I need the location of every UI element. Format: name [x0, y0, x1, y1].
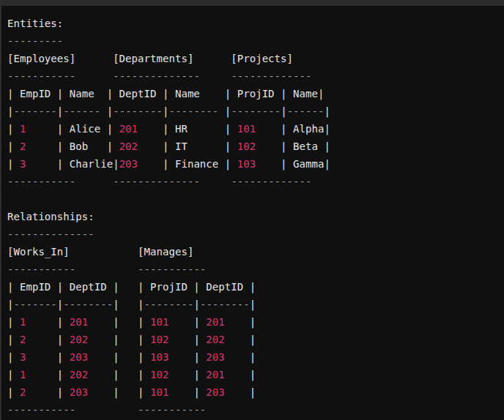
console-number: 202	[70, 334, 88, 345]
console-text: |	[225, 316, 256, 328]
console-number: 203	[206, 386, 224, 398]
console-line: | 2 | 203 | | 101 | 203 |	[7, 383, 504, 401]
console-line: | 1 | 201 | | 101 | 201 |	[7, 313, 504, 331]
console-text: | |	[88, 386, 150, 398]
console-number: 102	[150, 369, 168, 380]
terminal-output: Entities:---------[Employees] [Departmen…	[7, 15, 504, 419]
console-line: | EmpID | DeptID | | ProjID | DeptID |	[7, 278, 504, 296]
console-number: 203	[119, 158, 138, 170]
console-divider: -------	[13, 299, 56, 310]
console-text: Relationships:	[7, 211, 94, 222]
console-line: Entities:	[7, 15, 504, 32]
console-text: |	[225, 351, 256, 363]
console-line: ---------	[7, 32, 504, 50]
console-text: |	[26, 316, 69, 328]
console-line: | 3 | Charlie|203 | Finance | 103 | Gamm…	[7, 155, 504, 173]
console-line: ----------- -----------	[7, 260, 504, 278]
console-number: 203	[70, 351, 88, 363]
console-text: |	[325, 105, 330, 117]
console-text: |	[168, 351, 206, 363]
console-text: |	[7, 369, 20, 380]
console-text: | IT |	[138, 140, 237, 152]
console-line: |-------|------ |--------|-------- |----…	[7, 102, 504, 120]
console-text: |	[168, 334, 206, 345]
console-text: | Alice |	[26, 123, 119, 135]
console-text: |	[250, 299, 256, 310]
console-divider: -----------	[7, 404, 75, 416]
console-text: |	[7, 351, 20, 363]
console-line: ----------- -------------- -------------	[7, 67, 504, 85]
console-text: |	[281, 105, 286, 117]
console-text: | HR |	[138, 123, 237, 135]
console-text: |	[168, 386, 206, 398]
console-line: | EmpID | Name | DeptID | Name | ProjID …	[7, 85, 504, 102]
console-number: 101	[150, 386, 168, 398]
console-number: 101	[150, 316, 168, 328]
console-line: |-------|--------| |--------|--------|	[7, 296, 504, 313]
console-number: 201	[206, 369, 224, 380]
console-text: |	[168, 369, 206, 380]
console-line: [Works_In] [Manages]	[7, 243, 504, 260]
console-line: | 3 | 203 | | 103 | 203 |	[7, 348, 504, 366]
console-line: | 2 | 202 | | 102 | 202 |	[7, 331, 504, 348]
console-text: | Gamma|	[256, 158, 330, 170]
console-divider: -------------	[231, 176, 311, 187]
console-text: |	[163, 105, 168, 117]
console-divider: --------	[200, 299, 250, 310]
console-text: |	[7, 316, 20, 328]
console-text: | |	[88, 369, 150, 380]
console-text: |	[26, 386, 69, 398]
console-line: | 1 | Alice | 201 | HR | 101 | Alpha|	[7, 120, 504, 138]
console-number: 201	[119, 123, 138, 135]
console-divider: --------------	[113, 176, 200, 187]
console-number: 203	[70, 386, 88, 398]
console-text: |	[225, 369, 256, 380]
console-text: |	[7, 140, 20, 152]
console-number: 103	[150, 351, 168, 363]
console-divider: -----------	[138, 404, 206, 416]
console-divider: --------	[113, 105, 163, 117]
console-divider: --------	[231, 105, 281, 117]
console-text: |	[225, 386, 256, 398]
console-number: 103	[237, 158, 256, 170]
console-number: 201	[70, 316, 88, 328]
console-text: |	[168, 316, 206, 328]
console-line: | 1 | 202 | | 102 | 201 |	[7, 366, 504, 383]
console-text: | Charlie|	[26, 158, 119, 170]
console-line: ----------- -------------- -------------	[7, 173, 504, 190]
window-left-edge	[0, 6, 1, 420]
console-text: | |	[88, 334, 150, 345]
console-text: |	[26, 334, 69, 345]
console-divider: -----------	[7, 70, 75, 82]
console-divider: ------	[63, 105, 100, 117]
console-divider: --------	[63, 299, 113, 310]
console-text: |	[26, 369, 69, 380]
console-number: 101	[237, 123, 256, 135]
console-text: [Employees] [Departments] [Projects]	[7, 53, 293, 64]
console-divider: -------	[13, 105, 56, 117]
console-text: | Finance |	[138, 158, 237, 170]
console-text: |	[26, 351, 69, 363]
console-number: 202	[206, 334, 224, 345]
console-text: | Bob |	[26, 140, 119, 152]
console-text	[75, 263, 138, 275]
console-number: 102	[237, 140, 256, 152]
console-line: Relationships:	[7, 208, 504, 225]
window-top-bar	[0, 0, 504, 6]
console-divider: -----------	[7, 176, 75, 187]
console-text: | Beta |	[256, 140, 330, 152]
console-text: |	[7, 123, 20, 135]
console-divider: ------	[287, 105, 325, 117]
console-text: [Works_In] [Manages]	[7, 246, 193, 258]
console-divider: -----------	[7, 263, 75, 275]
console-text: |	[7, 386, 20, 398]
console-number: 202	[70, 369, 88, 380]
console-line: [Employees] [Departments] [Projects]	[7, 50, 504, 67]
console-text: | |	[88, 351, 150, 363]
console-divider: -----------	[138, 263, 206, 275]
console-text	[75, 176, 113, 187]
console-text: |	[218, 105, 231, 117]
console-text: | EmpID | DeptID | | ProjID | DeptID |	[7, 281, 256, 293]
console-number: 203	[206, 351, 224, 363]
console-line: --------------	[7, 225, 504, 243]
